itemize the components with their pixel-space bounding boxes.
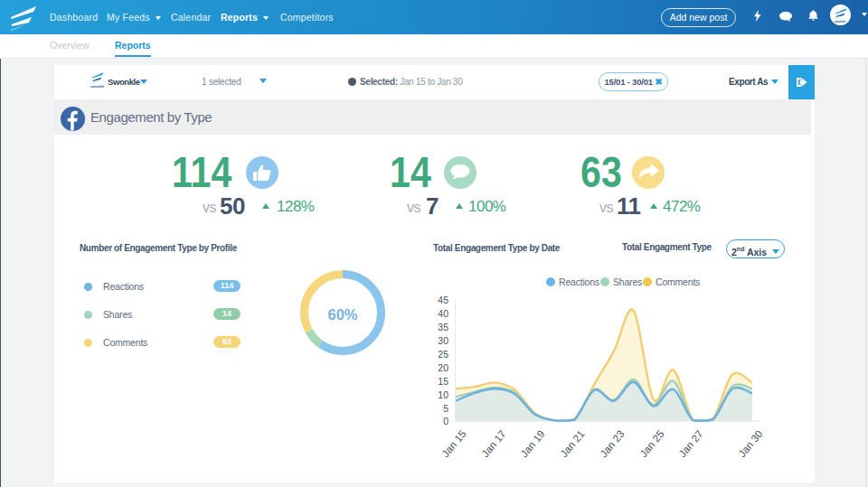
svg-text:swonkle: swonkle [90, 84, 104, 89]
svg-text:swonkle: swonkle [835, 20, 846, 23]
